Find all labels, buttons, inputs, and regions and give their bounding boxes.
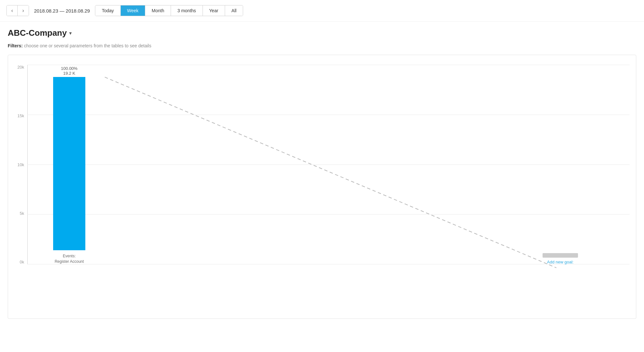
period-tab-month[interactable]: Month bbox=[145, 5, 171, 16]
date-range: 2018.08.23 — 2018.08.29 bbox=[34, 8, 90, 14]
grid-line bbox=[27, 214, 630, 214]
svg-line-0 bbox=[105, 77, 556, 268]
period-tab-3-months[interactable]: 3 months bbox=[171, 5, 203, 16]
y-axis-line bbox=[27, 65, 28, 264]
grid-line bbox=[27, 165, 630, 165]
bar bbox=[53, 77, 85, 250]
grid-line bbox=[27, 115, 630, 115]
chart-area: 0k5k10k15k20k 100.00%19.2 K Events:Regis… bbox=[27, 65, 630, 284]
filters-row: Filters: choose one or several parameter… bbox=[8, 43, 636, 48]
next-button[interactable]: › bbox=[18, 5, 28, 16]
grid-line bbox=[27, 264, 630, 264]
period-tab-week[interactable]: Week bbox=[121, 5, 146, 16]
period-tab-today[interactable]: Today bbox=[95, 5, 120, 16]
period-tabs: TodayWeekMonth3 monthsYearAll bbox=[95, 5, 243, 16]
company-title: ABC-Company ▾ bbox=[8, 28, 636, 38]
y-label: 15k bbox=[10, 113, 24, 118]
period-tab-all[interactable]: All bbox=[225, 5, 243, 16]
bar-wrapper: 100.00%19.2 K Events:Register Account bbox=[53, 66, 85, 264]
period-tab-year[interactable]: Year bbox=[203, 5, 225, 16]
bar-value-label: 19.2 K bbox=[61, 71, 77, 76]
top-bar: ‹ › 2018.08.23 — 2018.08.29 TodayWeekMon… bbox=[0, 0, 644, 22]
prev-button[interactable]: ‹ bbox=[7, 5, 18, 16]
add-goal-label[interactable]: Add new goal: bbox=[547, 260, 573, 264]
trend-line bbox=[27, 65, 630, 284]
company-name: ABC-Company bbox=[8, 28, 67, 38]
company-dropdown-arrow[interactable]: ▾ bbox=[69, 31, 71, 36]
y-label: 5k bbox=[10, 211, 24, 216]
bar-x-label: Events:Register Account bbox=[55, 253, 84, 264]
y-axis: 0k5k10k15k20k bbox=[10, 65, 24, 264]
y-label: 20k bbox=[10, 65, 24, 70]
grid-lines bbox=[27, 65, 630, 264]
goal-bar bbox=[543, 253, 578, 258]
filters-label: Filters: bbox=[8, 43, 23, 48]
chart-container: 0k5k10k15k20k 100.00%19.2 K Events:Regis… bbox=[8, 55, 636, 319]
y-label: 10k bbox=[10, 162, 24, 167]
bar-percent-label: 100.00% bbox=[61, 66, 77, 71]
page-content: ABC-Company ▾ Filters: choose one or sev… bbox=[0, 22, 644, 325]
bar-label-top: 100.00%19.2 K bbox=[61, 66, 77, 76]
y-label: 0k bbox=[10, 260, 24, 264]
filters-desc-text: choose one or several parameters from th… bbox=[24, 43, 151, 48]
goal-bar-wrapper: Add new goal: bbox=[543, 253, 578, 264]
grid-line bbox=[27, 65, 630, 65]
nav-buttons: ‹ › bbox=[6, 5, 29, 16]
